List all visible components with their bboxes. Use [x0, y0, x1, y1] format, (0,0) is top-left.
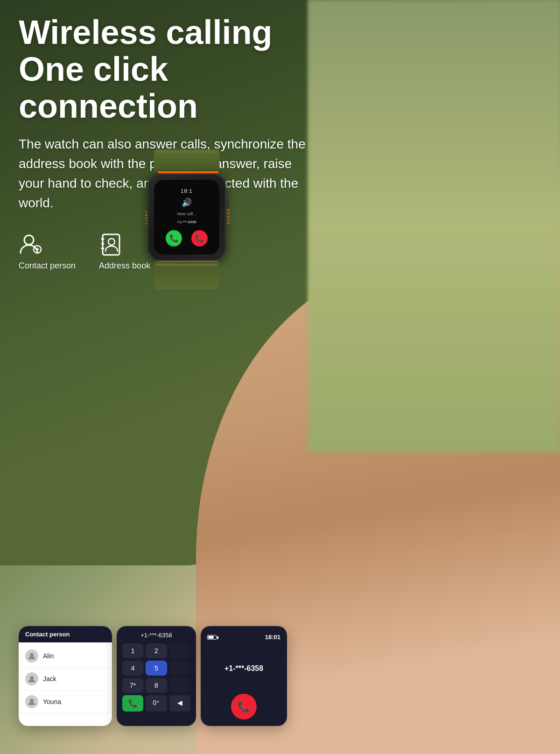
- contact-avatar-alin: [25, 649, 38, 662]
- watch-speaker-icon: 🔊: [182, 197, 192, 208]
- dialer-number-display: +1-***-6358: [122, 632, 190, 639]
- contact-avatar-jack: [25, 672, 38, 685]
- dialer-key-5[interactable]: 5: [146, 661, 167, 676]
- contact-row-youna: Youna: [19, 691, 112, 713]
- watch-label-right: DUNCE: [227, 209, 230, 225]
- watch-phone-number: +1-***-6358: [177, 220, 196, 224]
- dialer-key-8[interactable]: 8: [146, 678, 167, 693]
- features-row: Contact person Address book: [19, 232, 541, 271]
- dialer-key-1[interactable]: 1: [122, 643, 143, 658]
- feature-contact-label: Contact person: [19, 261, 76, 271]
- call-time: 18:01: [265, 634, 280, 641]
- svg-point-12: [30, 653, 34, 657]
- dialer-key-4[interactable]: 4: [122, 661, 143, 676]
- contact-person-icon: [19, 232, 44, 257]
- watch-side-button: [225, 197, 229, 209]
- watch-label-left: LIGHT: [145, 210, 148, 225]
- headline-line1: Wireless calling: [19, 14, 273, 51]
- svg-point-14: [30, 699, 34, 703]
- dialer-keypad: 1 2 4 5 7* 8 📞 0⁺ ◀: [122, 643, 190, 712]
- watch-accept-button[interactable]: 📞: [166, 230, 182, 247]
- contact-avatar-youna: [25, 695, 38, 708]
- contact-list-mockup: Contact person Alin Jack: [19, 626, 112, 726]
- dialer-key-2[interactable]: 2: [146, 643, 167, 658]
- watch-screen: 18:1 🔊 New call... +1-***-6358 📞 📞: [154, 180, 219, 254]
- watch-decline-button[interactable]: 📞: [191, 230, 208, 247]
- contact-name-alin: Alin: [43, 652, 54, 660]
- call-status-bar: 18:01: [207, 633, 280, 641]
- watch-band-bottom: [154, 261, 219, 289]
- dialer-key-7[interactable]: 7*: [122, 678, 143, 693]
- contact-list: Alin Jack Youna: [19, 642, 112, 716]
- call-end-button[interactable]: 📞: [231, 694, 257, 719]
- watch-body: LIGHT DUNCE 18:1 🔊 New call... +1-***-63…: [140, 149, 233, 261]
- address-book-icon: [99, 232, 125, 257]
- main-content: Wireless calling One click connection Th…: [0, 0, 560, 754]
- headline: Wireless calling One click connection: [19, 14, 345, 125]
- feature-contact-person: Contact person: [19, 232, 76, 271]
- call-number-display: +1-***-6358: [224, 664, 263, 673]
- dialer-key-9[interactable]: [169, 678, 190, 693]
- dialer-key-0[interactable]: 0⁺: [146, 695, 167, 712]
- watch-case: LIGHT DUNCE 18:1 🔊 New call... +1-***-63…: [147, 173, 226, 261]
- contact-row-jack: Jack: [19, 668, 112, 691]
- svg-point-0: [24, 235, 34, 245]
- dialer-mockup: +1-***-6358 1 2 4 5 7* 8 📞 0⁺ ◀: [117, 626, 196, 726]
- dialer-key-arrow[interactable]: ◀: [169, 695, 190, 712]
- svg-point-13: [30, 676, 34, 680]
- dialer-key-6[interactable]: [169, 661, 190, 676]
- dialer-key-3[interactable]: [169, 643, 190, 658]
- contact-list-header: Contact person: [19, 626, 112, 642]
- watch-call-buttons: 📞 📞: [166, 230, 208, 247]
- watch-mockup: LIGHT DUNCE 18:1 🔊 New call... +1-***-63…: [135, 149, 238, 280]
- watch-band-top: [154, 149, 219, 173]
- dialer-key-call[interactable]: 📞: [122, 695, 143, 712]
- bottom-mockups: Contact person Alin Jack: [19, 626, 287, 726]
- headline-line2: One click connection: [19, 50, 198, 125]
- watch-time-display: 18:1: [181, 188, 192, 194]
- contact-name-jack: Jack: [43, 675, 56, 683]
- call-battery-icon: [207, 633, 217, 641]
- contact-name-youna: Youna: [43, 698, 61, 705]
- contact-row-alin: Alin: [19, 645, 112, 668]
- watch-new-call: New call...: [177, 211, 196, 216]
- svg-point-8: [108, 239, 115, 245]
- call-screen-mockup: 18:01 +1-***-6358 📞: [201, 626, 287, 726]
